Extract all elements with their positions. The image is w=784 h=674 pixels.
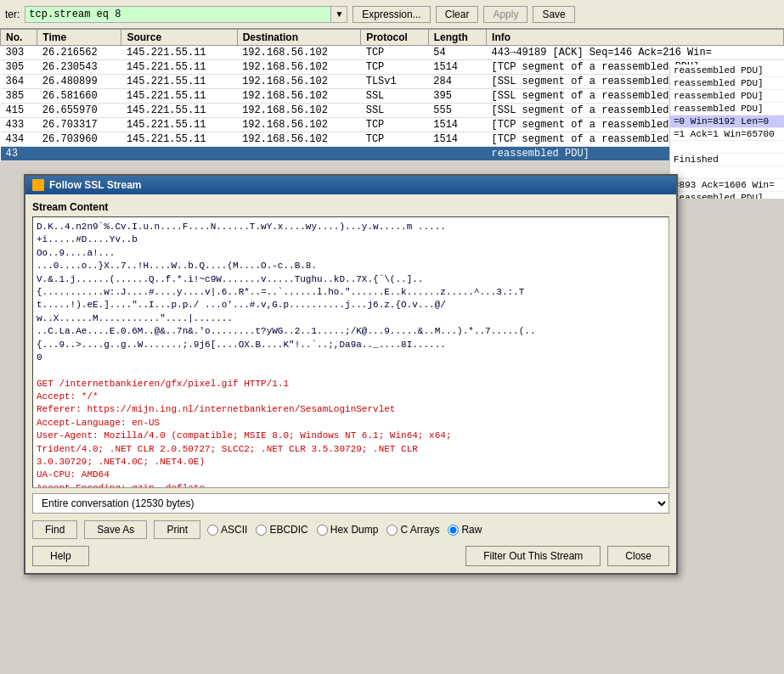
stream-line: w..X......M..........."....|.......: [37, 312, 665, 325]
radio-raw-input[interactable]: [448, 525, 459, 536]
radio-hexdump-input[interactable]: [317, 525, 328, 536]
radio-ascii-label: ASCII: [221, 524, 247, 536]
stream-dropdown-row: Entire conversation (12530 bytes): [32, 493, 669, 514]
save-button[interactable]: Save: [533, 6, 574, 23]
radio-ascii-input[interactable]: [207, 525, 218, 536]
right-row: reassembled PDU]: [670, 77, 784, 90]
filter-dropdown-button[interactable]: ▼: [330, 6, 347, 23]
filter-bar: ter: ▼ Expression... Clear Apply Save: [0, 0, 784, 29]
radio-hexdump[interactable]: Hex Dump: [317, 524, 379, 536]
table-row[interactable]: 41526.655970145.221.55.11192.168.56.102S…: [1, 104, 784, 118]
right-row: reassembled PDU]: [670, 90, 784, 103]
stream-content-label: Stream Content: [32, 201, 669, 213]
stream-line: User-Agent: Mozilla/4.0 (compatible; MSI…: [37, 430, 665, 442]
col-destination: Destination: [237, 30, 361, 46]
save-as-button[interactable]: Save As: [84, 520, 147, 539]
right-row: reassembled PDU]: [670, 65, 784, 77]
stream-line: 0: [37, 351, 665, 364]
table-row[interactable]: 43326.703317145.221.55.11192.168.56.102T…: [1, 118, 784, 132]
right-row: reassembled PDU]: [670, 192, 784, 199]
apply-button[interactable]: Apply: [483, 6, 527, 23]
col-info: Info: [487, 30, 784, 46]
stream-line: GET /internetbankieren/gfx/pixel.gif HTT…: [37, 378, 665, 390]
table-row[interactable]: 38526.581660145.221.55.11192.168.56.102S…: [1, 89, 784, 104]
radio-raw[interactable]: Raw: [448, 524, 482, 536]
packet-tbody: 30326.216562145.221.55.11192.168.56.102T…: [1, 46, 784, 161]
stream-line: Trident/4.0; .NET CLR 2.0.50727; SLCC2; …: [37, 443, 665, 456]
right-info-panel: reassembled PDU]reassembled PDU]reassemb…: [669, 65, 784, 199]
col-length: Length: [428, 30, 486, 46]
radio-hexdump-label: Hex Dump: [330, 524, 379, 536]
right-row: Finished: [670, 154, 784, 166]
stream-line: Oo..9....a!...: [37, 247, 665, 260]
print-button[interactable]: Print: [154, 520, 200, 539]
ssl-button-row1: Find Save As Print ASCII EBCDIC Hex Dump: [32, 520, 669, 539]
right-row: =0 Win=8192 Len=0: [670, 115, 784, 128]
dialog-icon: [32, 179, 44, 191]
clear-button[interactable]: Clear: [436, 6, 479, 23]
radio-carrays[interactable]: C Arrays: [386, 524, 439, 536]
close-button[interactable]: Close: [607, 546, 669, 566]
help-button[interactable]: Help: [32, 546, 89, 566]
table-row[interactable]: 30526.230543145.221.55.11192.168.56.102T…: [1, 60, 784, 75]
stream-line: UA-CPU: AMD64: [37, 469, 665, 481]
radio-ascii[interactable]: ASCII: [207, 524, 247, 536]
radio-ebcdic-input[interactable]: [256, 525, 267, 536]
ssl-button-row2: Help Filter Out This Stream Close: [32, 546, 669, 566]
stream-line: Referer: https://mijn.ing.nl/internetban…: [37, 403, 665, 416]
filter-input[interactable]: [25, 6, 330, 23]
packet-list-container: No. Time Source Destination Protocol Len…: [0, 29, 784, 199]
table-row[interactable]: 43reassembled PDU]: [1, 147, 784, 161]
table-row[interactable]: 43426.703960145.221.55.11192.168.56.102T…: [1, 132, 784, 147]
table-row[interactable]: 36426.480899145.221.55.11192.168.56.102T…: [1, 75, 784, 89]
packet-table: No. Time Source Destination Protocol Len…: [0, 29, 784, 161]
stream-text-area[interactable]: D.K..4.n2n9`%.Cv.I.u.n....F....N......T.…: [32, 216, 669, 488]
stream-line: Accept-Language: en-US: [37, 417, 665, 430]
stream-line: [37, 364, 665, 377]
col-no: No.: [1, 30, 37, 46]
right-row: =1 Ack=1 Win=65700: [670, 128, 784, 141]
stream-dropdown[interactable]: Entire conversation (12530 bytes): [32, 493, 669, 514]
dialog-title: Follow SSL Stream: [49, 179, 141, 191]
radio-carrays-label: C Arrays: [400, 524, 439, 536]
stream-line: ..C.La.Ae....E.0.6M..@&..7n&.'o........t…: [37, 325, 665, 338]
col-protocol: Protocol: [361, 30, 429, 46]
find-button[interactable]: Find: [32, 520, 77, 539]
right-row: [670, 166, 784, 179]
radio-carrays-input[interactable]: [386, 525, 398, 536]
stream-line: +i.....#D....Yv..b: [37, 233, 665, 246]
stream-line: Accept-Encoding: gzip, deflate: [37, 482, 665, 488]
radio-ebcdic[interactable]: EBCDIC: [256, 524, 307, 536]
radio-group: ASCII EBCDIC Hex Dump C Arrays Raw: [207, 524, 482, 536]
radio-raw-label: Raw: [461, 524, 482, 536]
filter-label: ter:: [5, 8, 20, 20]
stream-line: Accept: */*: [37, 390, 665, 403]
stream-line: D.K..4.n2n9`%.Cv.I.u.n....F....N......T.…: [37, 221, 665, 233]
right-row: reassembled PDU]: [670, 103, 784, 115]
stream-line: 3.0.30729; .NET4.0C; .NET4.0E): [37, 456, 665, 469]
filter-out-stream-button[interactable]: Filter Out This Stream: [465, 546, 601, 566]
stream-line: t.....!).eE.]...."..I...p.p./ ...o'...#.…: [37, 299, 665, 312]
right-row: [670, 141, 784, 154]
stream-line: {...9..>....g..g..W.......;.9j6[....OX.B…: [37, 339, 665, 351]
right-row: =893 Ack=1606 Win=: [670, 179, 784, 192]
dialog-body: Stream Content D.K..4.n2n9`%.Cv.I.u.n...…: [25, 194, 676, 573]
expression-button[interactable]: Expression...: [353, 6, 430, 23]
stream-line: V.&.1.j......(......Q..f.*.i!~c9W.......…: [37, 273, 665, 286]
filter-input-wrap: ▼: [25, 6, 347, 23]
stream-line: ...0....o..}X..7..!H....W..b.Q....(M....…: [37, 260, 665, 272]
ssl-stream-dialog: Follow SSL Stream Stream Content D.K..4.…: [24, 174, 678, 575]
radio-ebcdic-label: EBCDIC: [269, 524, 307, 536]
col-time: Time: [37, 30, 121, 46]
table-row[interactable]: 30326.216562145.221.55.11192.168.56.102T…: [1, 46, 784, 60]
dialog-titlebar: Follow SSL Stream: [25, 176, 676, 194]
stream-line: {...........w:.J....#....y....v|.6..R*..…: [37, 286, 665, 299]
col-source: Source: [121, 30, 237, 46]
